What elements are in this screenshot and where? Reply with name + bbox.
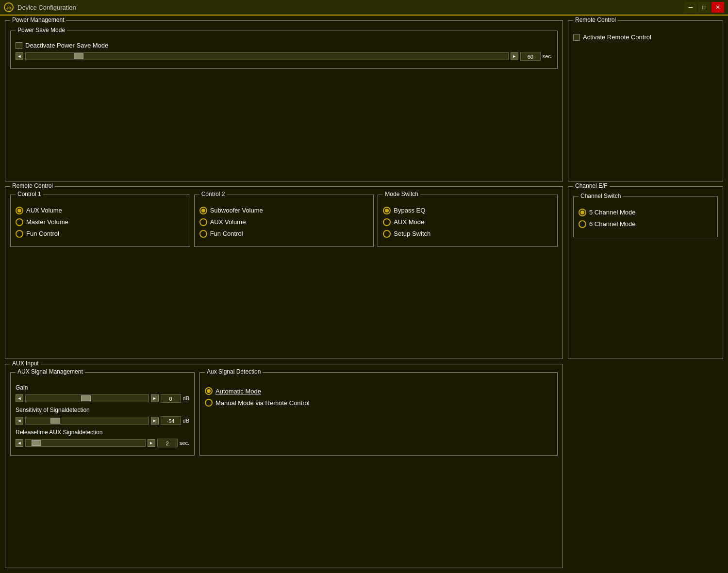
channel-switch-radio-0[interactable]	[579, 209, 586, 216]
power-management-title: Power Management	[10, 16, 66, 23]
restore-button[interactable]: □	[698, 2, 711, 13]
remote-control-grid: Control 1 AUX Volume Master Volume	[10, 195, 558, 247]
control1-label-2: Fun Control	[26, 230, 59, 237]
control1-group: Control 1 AUX Volume Master Volume	[10, 195, 190, 247]
remote-control-bottom-title: Remote Control	[10, 182, 55, 189]
control2-radio-0-inner	[201, 209, 205, 213]
main-content: Power Management Power Save Mode Deactiv…	[0, 16, 728, 573]
mode-switch-radio-0[interactable]	[383, 207, 391, 214]
aux-detection-radio-0[interactable]	[205, 387, 213, 395]
power-save-slider-unit: sec.	[543, 53, 552, 59]
power-save-slider-left[interactable]: ◄	[16, 52, 23, 60]
releasetime-slider-left[interactable]: ◄	[16, 439, 23, 447]
deactivate-power-save-row[interactable]: Deactivate Power Save Mode	[16, 42, 552, 49]
control1-radio-1-inner	[17, 220, 21, 224]
minimize-button[interactable]: ─	[684, 2, 697, 13]
aux-detection-radio-0-inner	[207, 389, 211, 393]
sensitivity-slider-track[interactable]	[25, 417, 149, 425]
control1-option-2[interactable]: Fun Control	[16, 230, 185, 238]
power-save-slider-thumb[interactable]	[74, 53, 83, 59]
power-save-slider-track[interactable]	[25, 52, 509, 60]
mode-switch-option-0[interactable]: Bypass EQ	[383, 207, 552, 214]
power-save-slider-value[interactable]: 60	[520, 52, 541, 61]
gain-slider-value[interactable]: 0	[161, 394, 181, 403]
channel-switch-title: Channel Switch	[579, 193, 623, 199]
remote-control-top-group: Remote Control Activate Remote Control	[568, 20, 723, 181]
control2-label-2: Fun Control	[210, 230, 243, 237]
control2-option-0[interactable]: Subwoofer Volume	[199, 207, 369, 214]
releasetime-slider-track[interactable]	[25, 439, 146, 447]
channel-switch-label-0: 5 Channel Mode	[589, 209, 635, 216]
aux-detection-label-1: Manual Mode via Remote Control	[215, 399, 310, 407]
gain-slider-right[interactable]: ►	[151, 394, 159, 402]
control1-option-0[interactable]: AUX Volume	[16, 207, 185, 214]
aux-signal-management-group: AUX Signal Management Gain ◄ ► 0 dB Sens…	[10, 372, 195, 456]
control1-option-1[interactable]: Master Volume	[16, 218, 185, 226]
gain-slider-track[interactable]	[25, 394, 149, 402]
releasetime-slider-unit: sec.	[180, 440, 189, 446]
control2-radio-1-inner	[201, 220, 205, 224]
sensitivity-slider-value[interactable]: -54	[161, 416, 181, 425]
aux-detection-label-0: Automatic Mode	[215, 388, 261, 395]
aux-detection-option-1[interactable]: Manual Mode via Remote Control	[205, 399, 552, 407]
control2-radio-2-inner	[201, 232, 205, 236]
channel-ef-title: Channel E/F	[573, 182, 610, 189]
control1-label-0: AUX Volume	[26, 207, 62, 214]
sensitivity-slider-row: ◄ ► -54 dB	[16, 416, 189, 425]
channel-switch-radio-1[interactable]	[579, 220, 586, 228]
control2-label-1: AUX Volume	[210, 218, 246, 226]
aux-detection-option-0[interactable]: Automatic Mode	[205, 387, 552, 395]
releasetime-slider-right[interactable]: ►	[148, 439, 155, 447]
channel-switch-option-1[interactable]: 6 Channel Mode	[579, 220, 712, 228]
control1-radio-0-inner	[17, 209, 21, 213]
channel-switch-option-0[interactable]: 5 Channel Mode	[579, 209, 712, 216]
control2-radio-0[interactable]	[199, 207, 207, 214]
control1-radio-2[interactable]	[16, 230, 23, 238]
mode-switch-group: Mode Switch Bypass EQ AUX Mode	[378, 195, 558, 247]
power-save-mode-group: Power Save Mode Deactivate Power Save Mo…	[10, 31, 558, 69]
aux-signal-detection-group: Aux Signal Detection Automatic Mode Manu…	[199, 372, 558, 456]
aux-detection-radio-1[interactable]	[205, 399, 213, 407]
control2-radio-2[interactable]	[199, 230, 207, 238]
control2-option-1[interactable]: AUX Volume	[199, 218, 369, 226]
activate-remote-control-row[interactable]: Activate Remote Control	[573, 33, 718, 41]
close-button[interactable]: ✕	[711, 2, 724, 13]
deactivate-power-save-label: Deactivate Power Save Mode	[25, 42, 108, 49]
releasetime-slider-value[interactable]: 2	[157, 439, 178, 447]
remote-control-bottom-group: Remote Control Control 1 AUX Volume Mast…	[5, 186, 563, 360]
gain-slider-unit: dB	[183, 395, 189, 401]
aux-input-title: AUX Input	[10, 360, 41, 367]
control1-radio-0[interactable]	[16, 207, 23, 214]
releasetime-label: Releasetime AUX Signaldetection	[16, 429, 189, 436]
power-save-slider-row: ◄ ► 60 sec.	[16, 52, 552, 61]
channel-switch-group: Channel Switch 5 Channel Mode 6 Channel …	[573, 196, 718, 237]
gain-slider-left[interactable]: ◄	[16, 394, 23, 402]
mode-switch-radio-0-inner	[385, 209, 389, 213]
activate-remote-control-checkbox[interactable]	[573, 34, 580, 41]
aux-input-group: AUX Input AUX Signal Management Gain ◄ ►…	[5, 364, 563, 568]
sensitivity-slider-left[interactable]: ◄	[16, 417, 23, 425]
control2-title: Control 2	[199, 191, 227, 197]
titlebar-left: JD Device Configuration	[4, 2, 76, 12]
releasetime-slider-thumb[interactable]	[32, 440, 41, 446]
power-save-slider-right[interactable]: ►	[511, 52, 518, 60]
sensitivity-slider-unit: dB	[183, 418, 189, 424]
aux-signal-detection-title: Aux Signal Detection	[205, 368, 263, 375]
mode-switch-option-2[interactable]: Setup Switch	[383, 230, 552, 238]
mode-switch-radio-1[interactable]	[383, 218, 391, 226]
control2-label-0: Subwoofer Volume	[210, 207, 263, 214]
power-management-group: Power Management Power Save Mode Deactiv…	[5, 20, 563, 181]
mode-switch-radio-2[interactable]	[383, 230, 391, 238]
sensitivity-slider-right[interactable]: ►	[151, 417, 159, 425]
aux-signal-management-title: AUX Signal Management	[16, 368, 85, 375]
gain-slider-thumb[interactable]	[81, 395, 91, 401]
control2-option-2[interactable]: Fun Control	[199, 230, 369, 238]
deactivate-power-save-checkbox[interactable]	[16, 42, 22, 49]
control2-radio-1[interactable]	[199, 218, 207, 226]
channel-switch-label-1: 6 Channel Mode	[589, 220, 635, 228]
mode-switch-option-1[interactable]: AUX Mode	[383, 218, 552, 226]
control1-radio-1[interactable]	[16, 218, 23, 226]
channel-switch-radio-1-inner	[580, 222, 584, 226]
sensitivity-slider-thumb[interactable]	[50, 418, 60, 424]
window-title: Device Configuration	[17, 4, 76, 11]
